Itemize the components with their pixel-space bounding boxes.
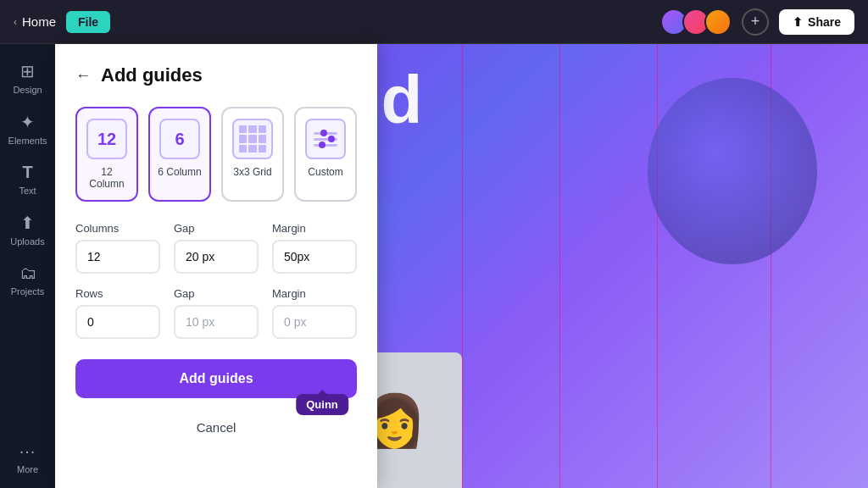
guide-card-3x3[interactable]: 3x3 Grid (221, 107, 284, 202)
add-guides-dialog: ← Add guides 12 12 Column 6 6 Column (55, 44, 377, 488)
dialog-title: Add guides (101, 64, 203, 86)
back-button[interactable]: ← (75, 67, 91, 85)
row-gap-group: Gap (174, 287, 259, 339)
home-label: Home (22, 14, 56, 29)
rows-form-row: Rows Gap Margin (75, 287, 357, 339)
tooltip-label: Quinn (306, 398, 338, 411)
columns-label: Columns (75, 222, 160, 235)
sidebar-item-text[interactable]: T Text (4, 156, 52, 202)
sidebar-item-elements[interactable]: ✦ Elements (4, 105, 52, 152)
rows-input[interactable] (75, 305, 160, 339)
chevron-left-icon: ‹ (14, 16, 17, 28)
file-button[interactable]: File (66, 11, 110, 33)
rows-group: Rows (75, 287, 160, 339)
uploads-icon: ⬆ (20, 213, 35, 233)
cursor-tooltip: Quinn (296, 394, 348, 415)
text-icon: T (22, 163, 32, 182)
row-margin-label: Margin (272, 287, 357, 300)
col12-label: 12 Column (84, 166, 130, 190)
col-margin-label: Margin (272, 222, 357, 235)
more-icon: ··· (19, 441, 36, 461)
avatar-3 (704, 8, 732, 36)
guide-line-7 (657, 44, 658, 488)
columns-form-row: Columns Gap Margin (75, 222, 357, 274)
grid3x3-icon (232, 119, 273, 159)
topbar: ‹ Home File + ⬆ Share (0, 0, 868, 44)
topbar-left: ‹ Home File (14, 11, 110, 33)
row-gap-label: Gap (174, 287, 259, 300)
add-guides-button[interactable]: Add guides (75, 359, 357, 398)
guide-card-custom[interactable]: Custom (294, 107, 357, 202)
guide-line-6 (559, 44, 560, 488)
col-gap-input[interactable] (174, 240, 259, 274)
sliders-visual (314, 132, 337, 147)
sidebar: ⊞ Design ✦ Elements T Text ⬆ Uploads 🗂 P… (0, 44, 55, 488)
projects-icon: 🗂 (19, 263, 36, 283)
add-collaborator-button[interactable]: + (742, 8, 769, 36)
dialog-header: ← Add guides (75, 64, 357, 86)
share-icon: ⬆ (793, 15, 803, 29)
guide-card-6col[interactable]: 6 6 Column (148, 107, 211, 202)
elements-icon: ✦ (20, 112, 35, 132)
share-button[interactable]: ⬆ Share (779, 9, 854, 35)
sidebar-label-more: More (17, 464, 38, 474)
sidebar-item-projects[interactable]: 🗂 Projects (4, 257, 52, 303)
sidebar-item-design[interactable]: ⊞ Design (4, 54, 52, 102)
row-margin-input[interactable] (272, 305, 357, 339)
col6-label: 6 Column (158, 166, 201, 178)
home-button[interactable]: ‹ Home (14, 14, 56, 29)
row-gap-input[interactable] (174, 305, 259, 339)
col12-icon: 12 (86, 119, 127, 159)
guide-card-12col[interactable]: 12 12 Column (75, 107, 138, 202)
sidebar-label-uploads: Uploads (10, 236, 44, 247)
col-gap-group: Gap (174, 222, 259, 274)
sidebar-item-uploads[interactable]: ⬆ Uploads (4, 206, 52, 253)
col-margin-input[interactable] (272, 240, 357, 274)
row-margin-group: Margin (272, 287, 357, 339)
custom-icon (305, 119, 346, 159)
avatars-group (660, 8, 732, 36)
topbar-right: + ⬆ Share (660, 8, 854, 36)
sidebar-label-elements: Elements (8, 136, 47, 146)
sidebar-label-projects: Projects (11, 286, 45, 297)
columns-input[interactable] (75, 240, 160, 274)
col-gap-label: Gap (174, 222, 259, 235)
sidebar-label-text: Text (19, 186, 36, 196)
rows-label: Rows (75, 287, 160, 300)
sidebar-label-design: Design (13, 85, 42, 95)
canvas-3d-decoration (648, 78, 817, 264)
col-margin-group: Margin (272, 222, 357, 274)
guide-type-cards: 12 12 Column 6 6 Column 3 (75, 107, 357, 202)
grid3x3-label: 3x3 Grid (233, 166, 271, 178)
design-icon: ⊞ (20, 61, 35, 81)
grid3x3-visual (239, 125, 266, 152)
custom-label: Custom (308, 166, 342, 178)
col6-icon: 6 (159, 119, 200, 159)
share-label: Share (808, 15, 841, 29)
columns-group: Columns (75, 222, 160, 274)
sidebar-more[interactable]: ··· More (17, 441, 38, 474)
